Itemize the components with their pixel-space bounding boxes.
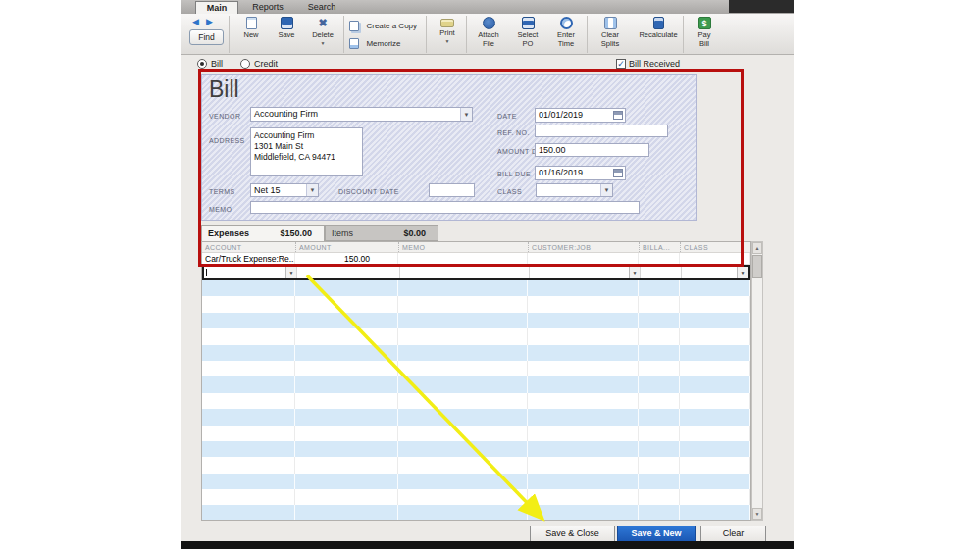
column-header-class[interactable]: CLASS	[680, 242, 750, 252]
table-cell[interactable]	[202, 426, 295, 441]
table-cell[interactable]	[295, 328, 398, 344]
table-row-expense-1[interactable]: Car/Truck Expense:Re... 150.00	[202, 253, 750, 265]
column-header-account[interactable]: ACCOUNT	[202, 242, 295, 252]
table-row-empty[interactable]	[202, 296, 750, 312]
table-cell[interactable]	[398, 409, 528, 425]
chevron-down-icon[interactable]: ▼	[285, 267, 296, 278]
column-header-customer-job[interactable]: CUSTOMER:JOB	[528, 242, 639, 252]
table-cell[interactable]	[528, 328, 639, 344]
table-row-empty[interactable]	[202, 376, 750, 392]
tab-items[interactable]: Items $0.00	[325, 225, 438, 241]
tab-main[interactable]: Main	[195, 1, 238, 14]
billable-cell[interactable]	[641, 267, 682, 278]
table-cell[interactable]	[680, 505, 750, 521]
chevron-down-icon[interactable]: ▼	[629, 267, 640, 278]
memo-field[interactable]	[250, 201, 640, 214]
table-scrollbar[interactable]: ▲ ▼	[751, 241, 763, 521]
table-row-empty[interactable]	[202, 441, 750, 457]
table-cell[interactable]	[295, 393, 398, 409]
table-row-empty[interactable]	[202, 474, 750, 489]
clear-splits-button[interactable]: Clear Splits	[591, 16, 630, 53]
vendor-combobox[interactable]: Accounting Firm ▼	[250, 107, 473, 122]
table-cell[interactable]	[295, 457, 398, 473]
table-cell[interactable]	[202, 313, 295, 328]
table-cell[interactable]	[680, 328, 750, 344]
table-cell[interactable]	[398, 505, 528, 521]
table-cell[interactable]	[680, 457, 750, 473]
table-row-empty[interactable]	[202, 489, 750, 505]
billable-cell[interactable]	[639, 253, 680, 264]
table-cell[interactable]	[202, 280, 295, 296]
table-cell[interactable]	[202, 505, 295, 521]
column-header-memo[interactable]: MEMO	[398, 242, 528, 252]
scroll-down-icon[interactable]: ▼	[752, 508, 762, 520]
chevron-down-icon[interactable]: ▼	[306, 184, 318, 196]
delete-dropdown-caret-icon[interactable]: ▼	[304, 41, 341, 46]
table-cell[interactable]	[202, 393, 295, 409]
attach-file-button[interactable]: Attach File	[470, 16, 507, 53]
chevron-down-icon[interactable]: ▼	[600, 184, 612, 196]
chevron-down-icon[interactable]: ▼	[460, 108, 472, 121]
table-cell[interactable]	[398, 280, 528, 296]
table-row-active-edit[interactable]: ▼ ▼ ▼	[202, 265, 750, 280]
class-cell[interactable]	[680, 253, 750, 264]
memo-cell[interactable]	[398, 253, 528, 264]
table-row-empty[interactable]	[202, 313, 750, 328]
table-cell[interactable]	[639, 345, 680, 361]
pay-bill-button[interactable]: $ Pay Bill	[687, 16, 722, 53]
clear-button[interactable]: Clear	[700, 526, 766, 542]
table-cell[interactable]	[528, 345, 639, 361]
account-cell-editing[interactable]: ▼	[204, 267, 297, 278]
table-cell[interactable]	[639, 296, 680, 312]
table-cell[interactable]	[295, 296, 398, 312]
tab-expenses[interactable]: Expenses $150.00	[201, 225, 325, 241]
table-cell[interactable]	[398, 296, 528, 312]
amount-due-field[interactable]: 150.00	[535, 143, 649, 157]
table-cell[interactable]	[639, 409, 680, 425]
bill-received-checkbox[interactable]: ✓	[616, 59, 626, 69]
tab-search[interactable]: Search	[297, 1, 346, 14]
table-cell[interactable]	[398, 393, 528, 409]
table-cell[interactable]	[528, 393, 639, 409]
table-cell[interactable]	[528, 280, 639, 296]
table-cell[interactable]	[528, 474, 639, 489]
table-cell[interactable]	[202, 409, 295, 425]
save-and-new-button[interactable]: Save & New	[617, 526, 696, 542]
date-field[interactable]: 01/01/2019	[535, 108, 626, 123]
table-row-empty[interactable]	[202, 409, 750, 425]
create-copy-button[interactable]: Create a Copy Memorize	[347, 16, 424, 53]
table-cell[interactable]	[295, 376, 398, 392]
discount-date-field[interactable]	[429, 183, 475, 197]
bill-radio[interactable]	[197, 59, 207, 69]
table-cell[interactable]	[639, 426, 680, 441]
account-cell[interactable]: Car/Truck Expense:Re...	[202, 253, 295, 264]
column-header-amount[interactable]: AMOUNT	[295, 242, 398, 252]
table-cell[interactable]	[295, 409, 398, 425]
save-and-close-button[interactable]: Save & Close	[530, 526, 615, 542]
credit-radio[interactable]	[240, 59, 250, 69]
table-cell[interactable]	[295, 345, 398, 361]
table-cell[interactable]	[202, 328, 295, 344]
table-row-empty[interactable]	[202, 457, 750, 473]
table-cell[interactable]	[295, 426, 398, 441]
ref-no-field[interactable]	[535, 125, 668, 137]
amount-cell[interactable]: 150.00	[295, 253, 398, 264]
table-cell[interactable]	[398, 457, 528, 473]
table-cell[interactable]	[528, 409, 639, 425]
table-cell[interactable]	[680, 474, 750, 489]
table-cell[interactable]	[202, 296, 295, 312]
table-cell[interactable]	[639, 474, 680, 489]
table-cell[interactable]	[528, 296, 639, 312]
table-cell[interactable]	[680, 361, 750, 376]
recalculate-button[interactable]: Recalculate	[632, 16, 685, 53]
table-cell[interactable]	[398, 441, 528, 457]
calendar-icon[interactable]	[613, 169, 623, 177]
table-cell[interactable]	[680, 296, 750, 312]
table-cell[interactable]	[639, 505, 680, 521]
table-row-empty[interactable]	[202, 280, 750, 296]
table-cell[interactable]	[295, 313, 398, 328]
tab-reports[interactable]: Reports	[241, 1, 294, 14]
scrollbar-thumb[interactable]	[752, 255, 762, 278]
table-cell[interactable]	[202, 361, 295, 376]
enter-time-button[interactable]: Enter Time	[547, 16, 585, 53]
